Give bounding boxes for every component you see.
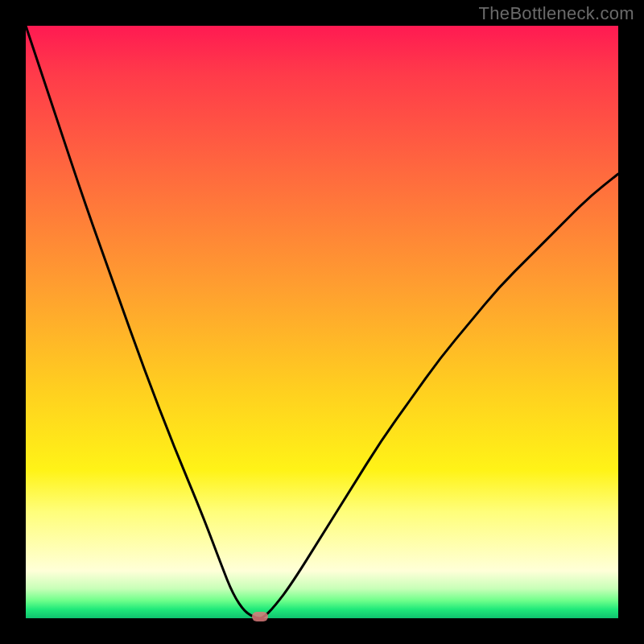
chart-frame: TheBottleneck.com: [0, 0, 644, 644]
watermark-text: TheBottleneck.com: [479, 3, 634, 24]
plot-area: [26, 26, 618, 618]
bottleneck-curve: [26, 26, 618, 618]
bottleneck-marker: [252, 612, 268, 621]
